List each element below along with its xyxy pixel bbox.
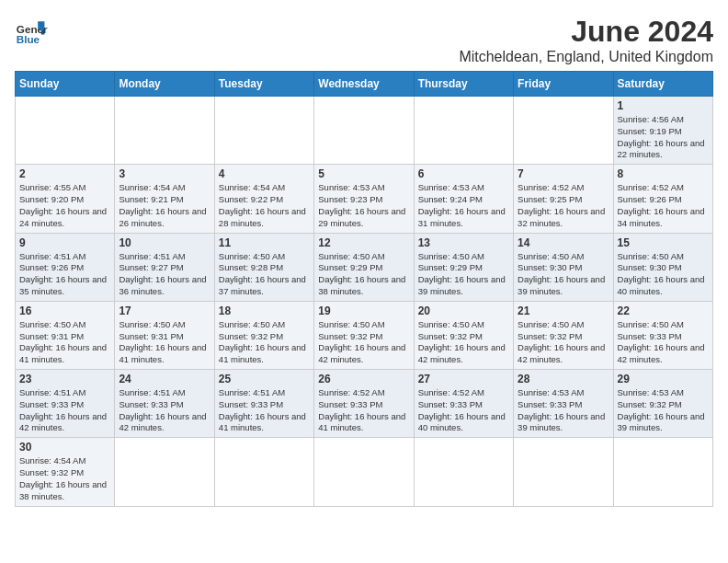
calendar-cell: 14Sunrise: 4:50 AMSunset: 9:30 PMDayligh… (514, 233, 613, 301)
calendar-cell: 3Sunrise: 4:54 AMSunset: 9:21 PMDaylight… (115, 165, 214, 233)
calendar-cell: 26Sunrise: 4:52 AMSunset: 9:33 PMDayligh… (314, 370, 414, 438)
calendar-week-row: 9Sunrise: 4:51 AMSunset: 9:26 PMDaylight… (16, 233, 713, 301)
calendar-cell: 2Sunrise: 4:55 AMSunset: 9:20 PMDaylight… (16, 165, 115, 233)
calendar-cell (214, 438, 313, 506)
calendar-cell (514, 438, 613, 506)
calendar-cell: 13Sunrise: 4:50 AMSunset: 9:29 PMDayligh… (414, 233, 513, 301)
day-number: 1 (618, 99, 709, 112)
calendar-week-row: 23Sunrise: 4:51 AMSunset: 9:33 PMDayligh… (16, 370, 713, 438)
calendar-cell (314, 97, 414, 165)
day-number: 25 (219, 373, 310, 385)
calendar-cell (314, 438, 414, 506)
calendar-week-row: 16Sunrise: 4:50 AMSunset: 9:31 PMDayligh… (16, 301, 713, 369)
calendar-header-row: SundayMondayTuesdayWednesdayThursdayFrid… (16, 72, 713, 97)
day-info: Sunrise: 4:50 AMSunset: 9:32 PMDaylight:… (318, 319, 409, 366)
col-header-monday: Monday (115, 72, 214, 97)
col-header-thursday: Thursday (414, 72, 513, 97)
day-number: 6 (418, 167, 509, 180)
calendar-table: SundayMondayTuesdayWednesdayThursdayFrid… (15, 71, 713, 507)
day-info: Sunrise: 4:53 AMSunset: 9:24 PMDaylight:… (418, 182, 509, 229)
calendar-cell: 23Sunrise: 4:51 AMSunset: 9:33 PMDayligh… (16, 370, 115, 438)
day-number: 24 (119, 373, 210, 385)
day-info: Sunrise: 4:50 AMSunset: 9:28 PMDaylight:… (219, 251, 310, 298)
day-info: Sunrise: 4:50 AMSunset: 9:32 PMDaylight:… (418, 319, 509, 366)
day-info: Sunrise: 4:53 AMSunset: 9:23 PMDaylight:… (318, 182, 409, 229)
day-info: Sunrise: 4:51 AMSunset: 9:33 PMDaylight:… (219, 387, 310, 434)
day-number: 23 (19, 373, 110, 385)
calendar-cell: 7Sunrise: 4:52 AMSunset: 9:25 PMDaylight… (514, 165, 613, 233)
day-number: 13 (418, 236, 509, 249)
day-info: Sunrise: 4:50 AMSunset: 9:30 PMDaylight:… (518, 251, 609, 298)
calendar-cell: 8Sunrise: 4:52 AMSunset: 9:26 PMDaylight… (613, 165, 712, 233)
day-number: 7 (518, 167, 609, 180)
day-number: 27 (418, 373, 509, 385)
calendar-cell (414, 97, 513, 165)
day-number: 26 (318, 373, 409, 385)
day-info: Sunrise: 4:50 AMSunset: 9:32 PMDaylight:… (518, 319, 609, 366)
day-number: 16 (19, 304, 110, 317)
col-header-sunday: Sunday (16, 72, 115, 97)
col-header-wednesday: Wednesday (314, 72, 414, 97)
day-info: Sunrise: 4:52 AMSunset: 9:33 PMDaylight:… (318, 387, 409, 434)
day-info: Sunrise: 4:55 AMSunset: 9:20 PMDaylight:… (19, 182, 110, 229)
calendar-cell: 12Sunrise: 4:50 AMSunset: 9:29 PMDayligh… (314, 233, 414, 301)
calendar-cell: 18Sunrise: 4:50 AMSunset: 9:32 PMDayligh… (214, 301, 313, 369)
day-info: Sunrise: 4:52 AMSunset: 9:33 PMDaylight:… (418, 387, 509, 434)
calendar-cell: 25Sunrise: 4:51 AMSunset: 9:33 PMDayligh… (214, 370, 313, 438)
day-info: Sunrise: 4:50 AMSunset: 9:31 PMDaylight:… (119, 319, 210, 366)
day-number: 5 (318, 167, 409, 180)
calendar-cell: 15Sunrise: 4:50 AMSunset: 9:30 PMDayligh… (613, 233, 712, 301)
day-number: 22 (618, 304, 709, 317)
month-year: June 2024 (459, 15, 713, 49)
calendar-cell: 30Sunrise: 4:54 AMSunset: 9:32 PMDayligh… (16, 438, 115, 506)
day-info: Sunrise: 4:51 AMSunset: 9:33 PMDaylight:… (119, 387, 210, 434)
day-number: 19 (318, 304, 409, 317)
day-info: Sunrise: 4:52 AMSunset: 9:25 PMDaylight:… (518, 182, 609, 229)
calendar-cell: 1Sunrise: 4:56 AMSunset: 9:19 PMDaylight… (613, 97, 712, 165)
col-header-tuesday: Tuesday (214, 72, 313, 97)
day-info: Sunrise: 4:53 AMSunset: 9:32 PMDaylight:… (618, 387, 709, 434)
calendar-cell: 6Sunrise: 4:53 AMSunset: 9:24 PMDaylight… (414, 165, 513, 233)
day-number: 15 (618, 236, 709, 249)
day-number: 3 (119, 167, 210, 180)
calendar-cell (613, 438, 712, 506)
calendar-cell (214, 97, 313, 165)
calendar-cell: 17Sunrise: 4:50 AMSunset: 9:31 PMDayligh… (115, 301, 214, 369)
calendar-cell: 20Sunrise: 4:50 AMSunset: 9:32 PMDayligh… (414, 301, 513, 369)
svg-text:Blue: Blue (17, 33, 40, 45)
day-info: Sunrise: 4:52 AMSunset: 9:26 PMDaylight:… (618, 182, 709, 229)
calendar-week-row: 30Sunrise: 4:54 AMSunset: 9:32 PMDayligh… (16, 438, 713, 506)
day-info: Sunrise: 4:51 AMSunset: 9:26 PMDaylight:… (19, 251, 110, 298)
calendar-cell: 19Sunrise: 4:50 AMSunset: 9:32 PMDayligh… (314, 301, 414, 369)
day-info: Sunrise: 4:50 AMSunset: 9:30 PMDaylight:… (618, 251, 709, 298)
calendar-cell: 11Sunrise: 4:50 AMSunset: 9:28 PMDayligh… (214, 233, 313, 301)
logo: General Blue (15, 15, 48, 48)
day-info: Sunrise: 4:53 AMSunset: 9:33 PMDaylight:… (518, 387, 609, 434)
day-number: 14 (518, 236, 609, 249)
day-number: 30 (19, 441, 110, 454)
calendar-cell: 4Sunrise: 4:54 AMSunset: 9:22 PMDaylight… (214, 165, 313, 233)
day-info: Sunrise: 4:54 AMSunset: 9:21 PMDaylight:… (119, 182, 210, 229)
calendar-cell (115, 97, 214, 165)
day-number: 8 (618, 167, 709, 180)
calendar-cell (514, 97, 613, 165)
page-header: General Blue June 2024 Mitcheldean, Engl… (15, 15, 713, 65)
day-number: 17 (119, 304, 210, 317)
calendar-cell: 24Sunrise: 4:51 AMSunset: 9:33 PMDayligh… (115, 370, 214, 438)
col-header-friday: Friday (514, 72, 613, 97)
calendar-cell: 22Sunrise: 4:50 AMSunset: 9:33 PMDayligh… (613, 301, 712, 369)
day-info: Sunrise: 4:51 AMSunset: 9:27 PMDaylight:… (119, 251, 210, 298)
col-header-saturday: Saturday (613, 72, 712, 97)
day-info: Sunrise: 4:50 AMSunset: 9:33 PMDaylight:… (618, 319, 709, 366)
calendar-cell: 21Sunrise: 4:50 AMSunset: 9:32 PMDayligh… (514, 301, 613, 369)
day-number: 20 (418, 304, 509, 317)
day-info: Sunrise: 4:50 AMSunset: 9:31 PMDaylight:… (19, 319, 110, 366)
day-info: Sunrise: 4:50 AMSunset: 9:29 PMDaylight:… (318, 251, 409, 298)
title-block: June 2024 Mitcheldean, England, United K… (459, 15, 713, 65)
day-number: 28 (518, 373, 609, 385)
day-number: 2 (19, 167, 110, 180)
day-number: 9 (19, 236, 110, 249)
calendar-cell: 10Sunrise: 4:51 AMSunset: 9:27 PMDayligh… (115, 233, 214, 301)
location: Mitcheldean, England, United Kingdom (459, 49, 713, 65)
day-number: 10 (119, 236, 210, 249)
